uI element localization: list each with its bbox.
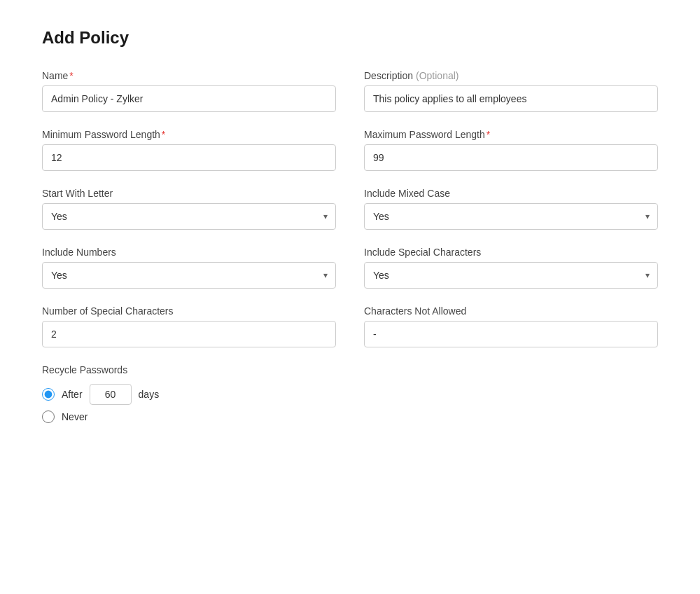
recycle-after-option[interactable]: After days: [42, 384, 658, 405]
max-password-required: *: [486, 129, 490, 140]
chars-not-allowed-label: Characters Not Allowed: [364, 305, 658, 317]
min-password-group: Minimum Password Length*: [42, 129, 336, 171]
recycle-after-label: After: [62, 389, 83, 400]
max-password-input[interactable]: [364, 144, 658, 171]
include-mixed-case-group: Include Mixed Case Yes No ▾: [364, 188, 658, 230]
include-numbers-select[interactable]: Yes No: [42, 262, 336, 289]
recycle-never-radio[interactable]: [42, 410, 55, 423]
max-password-group: Maximum Password Length*: [364, 129, 658, 171]
num-special-chars-input[interactable]: [42, 321, 336, 347]
include-mixed-case-select[interactable]: Yes No: [364, 203, 658, 230]
num-special-chars-group: Number of Special Characters: [42, 305, 336, 347]
include-numbers-label: Include Numbers: [42, 247, 336, 258]
name-required: *: [69, 70, 73, 81]
chars-not-allowed-group: Characters Not Allowed: [364, 305, 658, 347]
include-mixed-case-select-wrapper: Yes No ▾: [364, 203, 658, 230]
name-input[interactable]: [42, 85, 336, 112]
description-label: Description(Optional): [364, 70, 658, 81]
page-container: Add Policy Name* Description(Optional) M…: [0, 0, 700, 451]
description-optional: (Optional): [416, 70, 458, 81]
min-password-label: Minimum Password Length*: [42, 129, 336, 140]
name-group: Name*: [42, 70, 336, 112]
num-special-chars-label: Number of Special Characters: [42, 305, 336, 317]
recycle-days-input[interactable]: [90, 384, 132, 405]
include-numbers-select-wrapper: Yes No ▾: [42, 262, 336, 289]
description-group: Description(Optional): [364, 70, 658, 112]
chars-not-allowed-input[interactable]: [364, 321, 658, 347]
start-with-letter-label: Start With Letter: [42, 188, 336, 199]
include-special-select[interactable]: Yes No: [364, 262, 658, 289]
min-password-input[interactable]: [42, 144, 336, 171]
start-with-letter-select-wrapper: Yes No ▾: [42, 203, 336, 230]
recycle-never-option[interactable]: Never: [42, 410, 658, 423]
name-label: Name*: [42, 70, 336, 81]
include-special-group: Include Special Characters Yes No ▾: [364, 247, 658, 289]
recycle-never-label: Never: [62, 411, 88, 422]
include-mixed-case-label: Include Mixed Case: [364, 188, 658, 199]
description-input[interactable]: [364, 85, 658, 112]
include-numbers-group: Include Numbers Yes No ▾: [42, 247, 336, 289]
min-password-required: *: [162, 129, 165, 140]
recycle-passwords-label: Recycle Passwords: [42, 364, 658, 375]
page-title: Add Policy: [42, 28, 658, 48]
include-special-label: Include Special Characters: [364, 247, 658, 258]
recycle-days-suffix: days: [139, 389, 160, 400]
form-grid: Name* Description(Optional) Minimum Pass…: [42, 70, 658, 423]
start-with-letter-select[interactable]: Yes No: [42, 203, 336, 230]
include-special-select-wrapper: Yes No ▾: [364, 262, 658, 289]
recycle-after-radio[interactable]: [42, 388, 55, 401]
start-with-letter-group: Start With Letter Yes No ▾: [42, 188, 336, 230]
max-password-label: Maximum Password Length*: [364, 129, 658, 140]
recycle-passwords-section: Recycle Passwords After days Never: [42, 364, 658, 423]
